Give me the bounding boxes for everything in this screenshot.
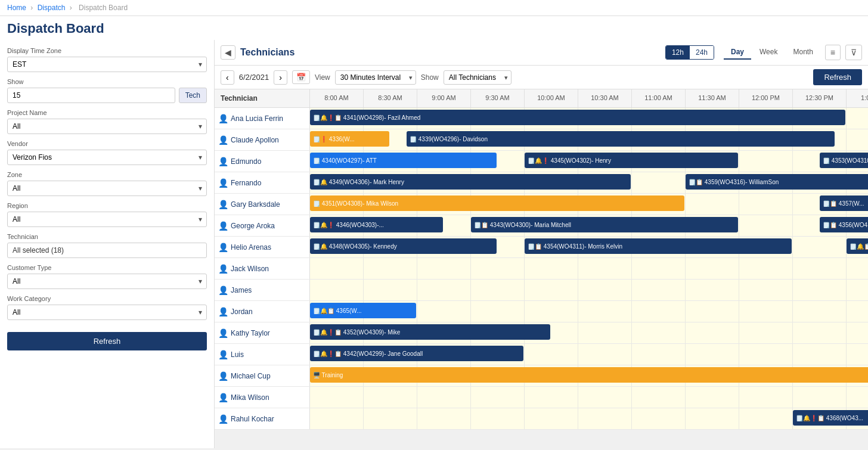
event-block[interactable]: 🗒️🔔📋 4365(W... [310, 303, 416, 318]
technicians-select[interactable]: All Technicians [444, 70, 512, 85]
event-block[interactable]: 🗒️🔔❗📋 4342(WO4299)- Jane Goodall [310, 346, 523, 361]
event-block[interactable]: 🗒️ 4351(WO4308)- Mika Wilson [310, 195, 684, 211]
filter-button[interactable]: ⊽ [845, 45, 862, 60]
time-cell[interactable] [739, 280, 793, 300]
time-cell[interactable] [686, 280, 739, 300]
timezone-select[interactable]: EST [7, 57, 207, 72]
tech-name-cell[interactable]: 👤Rahul Kochar [215, 408, 310, 429]
time-cell[interactable] [632, 280, 686, 300]
time-cell[interactable] [417, 258, 471, 279]
toggle-sidebar-button[interactable]: ◀ [221, 45, 235, 60]
tech-name-cell[interactable]: 👤Mika Wilson [215, 387, 310, 408]
tech-name-cell[interactable]: 👤Fernando [215, 172, 310, 193]
technician-field[interactable]: All selected (18) [7, 243, 207, 258]
event-block[interactable]: 🗒️🔔❗ 4345(WO4302)- Henry [525, 153, 738, 168]
technician-icon: 👤 [218, 200, 228, 209]
time-cell[interactable] [847, 280, 868, 300]
schedule-container[interactable]: Technician 8:00 AM8:30 AM9:00 AM9:30 AM1… [215, 89, 868, 448]
event-block[interactable]: 🗒️🔔 4349(WO4306)- Mark Henry [310, 174, 631, 190]
time-cell[interactable] [417, 280, 471, 300]
time-cell[interactable] [578, 258, 632, 279]
show-input[interactable] [7, 88, 175, 103]
event-block[interactable]: 🗒️🔔❗📋 4341(WO4298)- Fazil Ahmed [310, 110, 845, 125]
time-cell[interactable] [793, 280, 847, 300]
time-cell[interactable] [739, 258, 793, 279]
time-cell[interactable] [417, 387, 471, 408]
calendar-button[interactable]: 📅 [292, 70, 310, 84]
tech-name-cell[interactable]: 👤Helio Arenas [215, 237, 310, 257]
event-block[interactable]: 🗒️ 4353(WO4310)- Gla... [820, 153, 868, 168]
time-cell[interactable] [364, 280, 417, 300]
time-cell[interactable] [525, 258, 578, 279]
technician-name: George Aroka [231, 222, 275, 230]
event-block[interactable]: 🗒️🔔📋 4355(W... [847, 238, 868, 254]
event-block[interactable]: 🗒️📋 4357(W... [820, 195, 868, 211]
event-block[interactable]: 🗒️🔔❗📋 4368(WO43... [793, 410, 868, 426]
event-block[interactable]: 🗒️🔔 4348(WO4305)- Kennedy [310, 238, 497, 254]
time-cell[interactable] [847, 387, 868, 408]
customer-type-select[interactable]: All [7, 274, 207, 289]
sidebar-refresh-button[interactable]: Refresh [7, 332, 207, 350]
region-select[interactable]: All [7, 212, 207, 227]
tab-day[interactable]: Day [724, 45, 751, 60]
event-block[interactable]: 🗒️📋 4359(WO4316)- WilliamSon [686, 174, 868, 190]
tab-week[interactable]: Week [752, 45, 785, 60]
time-cell[interactable] [525, 387, 578, 408]
tech-name-cell[interactable]: 👤George Aroka [215, 215, 310, 236]
tech-name-cell[interactable]: 👤James [215, 280, 310, 300]
event-block[interactable]: 🖥️ Training [310, 367, 868, 383]
tech-name-cell[interactable]: 👤Gary Barksdale [215, 194, 310, 215]
time-cell[interactable] [739, 387, 793, 408]
time-cell[interactable] [793, 258, 847, 279]
event-block[interactable]: 🗒️📋 4343(WO4300)- Maria Mitchell [471, 217, 738, 232]
prev-date-button[interactable]: ‹ [221, 70, 234, 85]
interval-select[interactable]: 30 Minutes Interval [335, 70, 416, 85]
time-cell[interactable] [847, 258, 868, 279]
events-layer: 🗒️🔔❗📋 4342(WO4299)- Jane Goodall [310, 346, 868, 362]
time-cell[interactable] [310, 387, 364, 408]
time-cell[interactable] [364, 387, 417, 408]
event-block[interactable]: 🗒️🔔❗ 4346(WO4303)-... [310, 217, 443, 232]
event-block[interactable]: 🗒️ 4339(WO4296)- Davidson [407, 131, 835, 147]
vendor-select[interactable]: Verizon Fios [7, 150, 207, 165]
time-cell[interactable] [632, 258, 686, 279]
breadcrumb-dispatch[interactable]: Dispatch [38, 4, 66, 12]
project-select[interactable]: All [7, 119, 207, 134]
tech-name-cell[interactable]: 👤Luis [215, 344, 310, 365]
time-slot-header: 12:00 PM [739, 89, 793, 107]
time-cell[interactable] [364, 258, 417, 279]
time-cell[interactable] [471, 387, 525, 408]
work-category-select[interactable]: All [7, 305, 207, 320]
event-block[interactable]: 🗒️📋 4354(WO4311)- Morris Kelvin [525, 238, 792, 254]
board-refresh-button[interactable]: Refresh [813, 69, 862, 85]
tab-month[interactable]: Month [786, 45, 820, 60]
event-block[interactable]: 🗒️🔔❗📋 4352(WO4309)- Mike [310, 324, 550, 340]
time-cell[interactable] [310, 258, 364, 279]
time-cell[interactable] [471, 280, 525, 300]
24h-button[interactable]: 24h [690, 46, 714, 59]
time-cell[interactable] [471, 258, 525, 279]
event-block[interactable]: 🗒️❗ 4336(W... [310, 131, 389, 147]
tech-name-cell[interactable]: 👤Jordan [215, 301, 310, 322]
list-view-button[interactable]: ≡ [825, 45, 841, 60]
time-cell[interactable] [686, 258, 739, 279]
event-block[interactable]: 🗒️📋 4356(WO4313)-... [820, 217, 868, 232]
tech-name-cell[interactable]: 👤Jack Wilson [215, 258, 310, 279]
tech-name-cell[interactable]: 👤Claude Apollon [215, 129, 310, 150]
tech-name-cell[interactable]: 👤Kathy Taylor [215, 322, 310, 343]
time-cell[interactable] [793, 387, 847, 408]
time-cell[interactable] [310, 280, 364, 300]
time-cell[interactable] [525, 280, 578, 300]
breadcrumb-home[interactable]: Home [7, 4, 26, 12]
next-date-button[interactable]: › [274, 70, 287, 85]
tech-name-cell[interactable]: 👤Michael Cup [215, 365, 310, 386]
zone-select[interactable]: All [7, 181, 207, 196]
tech-name-cell[interactable]: 👤Ana Lucia Ferrin [215, 108, 310, 129]
time-cell[interactable] [578, 387, 632, 408]
time-cell[interactable] [686, 387, 739, 408]
time-cell[interactable] [578, 280, 632, 300]
event-block[interactable]: 🗒️ 4340(WO4297)- ATT [310, 153, 497, 168]
tech-name-cell[interactable]: 👤Edmundo [215, 151, 310, 172]
12h-button[interactable]: 12h [666, 46, 690, 59]
time-cell[interactable] [632, 387, 686, 408]
